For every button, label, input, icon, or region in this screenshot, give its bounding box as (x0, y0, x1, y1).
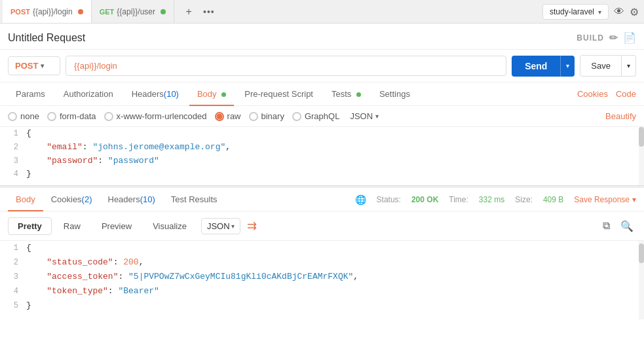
build-section: BUILD ✏ 📄 (577, 31, 636, 44)
resp-raw-button[interactable]: Raw (54, 218, 90, 234)
response-format-bar: Pretty Raw Preview Visualize JSON ▾ ⇉ ⧉ … (0, 211, 644, 241)
status-label: Status: (377, 195, 401, 204)
resp-scroll-thumb (639, 244, 644, 263)
request-body-editor[interactable]: 1 { 2 "email": "johns.jerome@example.org… (0, 127, 644, 186)
tab-url-post: {{api}}/login (33, 7, 73, 16)
tab-get-user[interactable]: GET {{api}}/user (92, 0, 174, 23)
tab-authorization[interactable]: Authorization (56, 82, 121, 105)
eye-icon[interactable]: 👁 (614, 6, 624, 18)
resp-json-chevron-icon: ▾ (231, 223, 235, 230)
env-bar: study-laravel ▾ 👁 ⚙ (542, 4, 639, 20)
url-input[interactable] (66, 56, 506, 76)
format-raw[interactable]: raw (215, 111, 241, 121)
save-response-chevron-icon: ▾ (632, 195, 636, 204)
time-label: Time: (449, 195, 468, 204)
tab-settings[interactable]: Settings (371, 82, 418, 105)
more-tabs-button[interactable]: ••• (203, 7, 215, 17)
send-dropdown-button[interactable]: ▾ (560, 56, 575, 77)
json-format-label: JSON (350, 111, 373, 121)
tab-bar: POST {{api}}/login GET {{api}}/user + ••… (0, 0, 644, 24)
doc-icon[interactable]: 📄 (623, 31, 636, 44)
build-label: BUILD (577, 33, 604, 43)
save-response-button[interactable]: Save Response ▾ (574, 195, 636, 204)
tab-body[interactable]: Body (189, 82, 234, 105)
tab-method-get: GET (100, 8, 115, 16)
format-binary[interactable]: binary (249, 111, 284, 121)
resp-line-3: 3 "access_token": "5|PVPOwZ7wCxGeyMCIu81… (0, 270, 644, 284)
response-tabs-bar: Body Cookies(2) Headers(10) Test Results… (0, 186, 644, 211)
resp-line-4: 4 "token_type": "Bearer" (0, 284, 644, 299)
json-format-selector[interactable]: JSON ▾ (350, 111, 379, 121)
req-line-3: 3 "password": "password" (0, 154, 644, 168)
radio-formdata (47, 112, 56, 121)
req-editor-scrollbar[interactable] (639, 127, 644, 185)
format-formdata[interactable]: form-data (47, 111, 96, 121)
req-tab-actions: Cookies Code (577, 89, 636, 99)
resp-tab-testresults[interactable]: Test Results (163, 188, 225, 211)
method-chevron-icon: ▾ (41, 62, 44, 69)
beautify-button[interactable]: Beautify (605, 111, 636, 121)
resp-tab-cookies[interactable]: Cookies(2) (43, 188, 100, 211)
resp-format-icon-button[interactable]: ⇉ (243, 217, 261, 235)
code-link[interactable]: Code (616, 89, 636, 99)
request-tabs: Params Authorization Headers(10) Body Pr… (0, 82, 644, 106)
radio-graphql (292, 112, 301, 121)
page-title: Untitled Request (8, 32, 85, 44)
tab-method-post: POST (10, 8, 30, 16)
send-button-group: Send ▾ (512, 56, 575, 77)
size-label: Size: (515, 195, 533, 204)
format-graphql[interactable]: GraphQL (292, 111, 339, 121)
format-none[interactable]: none (8, 111, 39, 121)
send-button[interactable]: Send (512, 56, 560, 77)
resp-tab-headers[interactable]: Headers(10) (100, 188, 163, 211)
settings-icon[interactable]: ⚙ (630, 6, 639, 18)
req-scroll-thumb (639, 127, 644, 147)
format-urlencoded[interactable]: x-www-form-urlencoded (104, 111, 207, 121)
tab-prerequest[interactable]: Pre-request Script (237, 82, 321, 105)
tab-params[interactable]: Params (8, 82, 53, 105)
req-line-4: 4 } (0, 168, 644, 181)
radio-none (8, 112, 17, 121)
resp-visualize-button[interactable]: Visualize (143, 218, 196, 234)
cookies-link[interactable]: Cookies (577, 89, 608, 99)
radio-raw (215, 112, 224, 121)
resp-pretty-button[interactable]: Pretty (8, 217, 52, 235)
copy-response-button[interactable]: ⧉ (597, 217, 615, 235)
radio-urlencoded (104, 112, 113, 121)
format-bar: none form-data x-www-form-urlencoded raw… (0, 106, 644, 127)
tab-dot-post (78, 9, 83, 14)
tab-actions: + ••• (180, 3, 215, 21)
status-value: 200 OK (411, 195, 438, 204)
resp-json-label: JSON (207, 221, 230, 231)
tab-post-login[interactable]: POST {{api}}/login (3, 0, 92, 23)
env-name: study-laravel (550, 7, 594, 16)
save-button[interactable]: Save (580, 55, 622, 77)
save-dropdown-button[interactable]: ▾ (622, 55, 636, 77)
resp-json-selector[interactable]: JSON ▾ (201, 218, 240, 234)
method-label: POST (15, 61, 38, 71)
tab-headers[interactable]: Headers(10) (124, 82, 187, 105)
resp-tab-body[interactable]: Body (8, 188, 43, 211)
env-selector[interactable]: study-laravel ▾ (542, 4, 609, 20)
response-status-group: 🌐 Status: 200 OK Time: 332 ms Size: 409 … (355, 194, 636, 205)
url-bar: POST ▾ Send ▾ Save ▾ (0, 50, 644, 82)
req-line-1: 1 { (0, 127, 644, 141)
body-dot (221, 92, 226, 97)
tab-tests[interactable]: Tests (324, 82, 369, 105)
method-selector[interactable]: POST ▾ (8, 56, 60, 75)
globe-icon: 🌐 (355, 194, 366, 205)
tab-url-get: {{api}}/user (117, 7, 155, 16)
request-title-bar: Untitled Request BUILD ✏ 📄 (0, 24, 644, 50)
save-button-group: Save ▾ (580, 55, 636, 77)
resp-actions: ⧉ 🔍 (597, 217, 636, 235)
edit-icon[interactable]: ✏ (609, 31, 618, 44)
resp-editor-scrollbar[interactable] (639, 241, 644, 319)
size-value: 409 B (543, 195, 563, 204)
response-body-editor[interactable]: 1 { 2 "status_code": 200, 3 "access_toke… (0, 241, 644, 319)
new-tab-button[interactable]: + (180, 3, 198, 21)
search-response-button[interactable]: 🔍 (618, 217, 636, 235)
resp-preview-button[interactable]: Preview (92, 218, 141, 234)
resp-line-5: 5 } (0, 299, 644, 313)
env-chevron-icon: ▾ (598, 9, 601, 16)
json-chevron-icon: ▾ (375, 113, 379, 120)
